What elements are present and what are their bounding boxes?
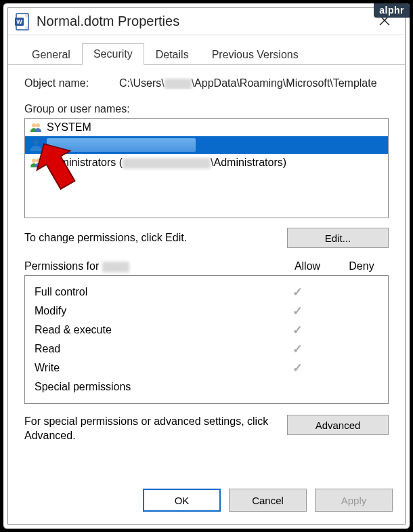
edit-button[interactable]: Edit... [287,228,389,248]
tab-details[interactable]: Details [144,44,200,65]
advanced-button[interactable]: Advanced [287,415,389,435]
group-icon [29,121,43,134]
object-name-row: Object name: C:\Users\\AppData\Roaming\M… [24,77,389,89]
svg-point-11 [33,140,39,145]
advanced-text: For special permissions or advanced sett… [24,415,279,443]
object-name-value: C:\Users\\AppData\Roaming\Microsoft\Temp… [119,77,389,89]
watermark-badge: alphr [374,3,410,18]
user-row-selected[interactable] [25,136,388,154]
deny-column-header: Deny [334,260,389,272]
apply-button[interactable]: Apply [315,489,393,512]
user-label: Administrators (\Administrators) [47,157,286,169]
user-row-system[interactable]: SYSTEM [25,119,388,136]
redacted-username [102,262,129,272]
permissions-list: Full control ✓ Modify ✓ Read & execute ✓… [24,275,389,404]
group-icon [29,156,43,169]
check-icon: ✓ [292,361,303,375]
cancel-button[interactable]: Cancel [229,489,307,512]
redacted-machine-name [123,158,211,169]
ok-button[interactable]: OK [143,489,221,512]
user-row-administrators[interactable]: Administrators (\Administrators) [25,154,388,171]
titlebar: W Normal.dotm Properties [8,8,405,35]
group-user-names-label: Group or user names: [24,103,389,115]
svg-point-13 [36,159,40,163]
svg-point-12 [32,159,36,163]
perm-row: Special permissions [25,377,388,396]
svg-point-10 [36,123,40,127]
user-label: SYSTEM [47,121,91,134]
tab-previous-versions[interactable]: Previous Versions [200,44,310,65]
change-permissions-text: To change permissions, click Edit. [24,232,287,244]
perm-row: Write ✓ [25,359,388,377]
svg-text:W: W [16,18,22,25]
check-icon: ✓ [292,323,303,337]
user-icon [29,138,43,152]
tab-general[interactable]: General [20,44,82,65]
permissions-header: Permissions for Allow Deny [24,260,389,272]
properties-dialog: W Normal.dotm Properties General Securit… [7,7,406,525]
perm-row: Read & execute ✓ [25,321,388,340]
word-doc-icon: W [15,13,30,30]
perm-row: Read ✓ [25,340,388,359]
check-icon: ✓ [292,304,303,318]
user-list[interactable]: SYSTEM [24,118,389,218]
redacted-selected-user [47,138,196,152]
tab-security[interactable]: Security [82,43,144,65]
allow-column-header: Allow [280,260,334,272]
object-name-label: Object name: [24,77,119,89]
tab-strip: General Security Details Previous Versio… [8,35,405,65]
window-title: Normal.dotm Properties [37,14,371,29]
check-icon: ✓ [292,285,303,299]
dialog-footer: OK Cancel Apply [8,479,405,524]
tab-content: Object name: C:\Users\\AppData\Roaming\M… [8,65,405,479]
check-icon: ✓ [292,342,303,356]
svg-point-9 [32,123,36,127]
perm-row: Modify ✓ [25,302,388,321]
perm-row: Full control ✓ [25,283,388,302]
redacted-username [165,79,192,89]
